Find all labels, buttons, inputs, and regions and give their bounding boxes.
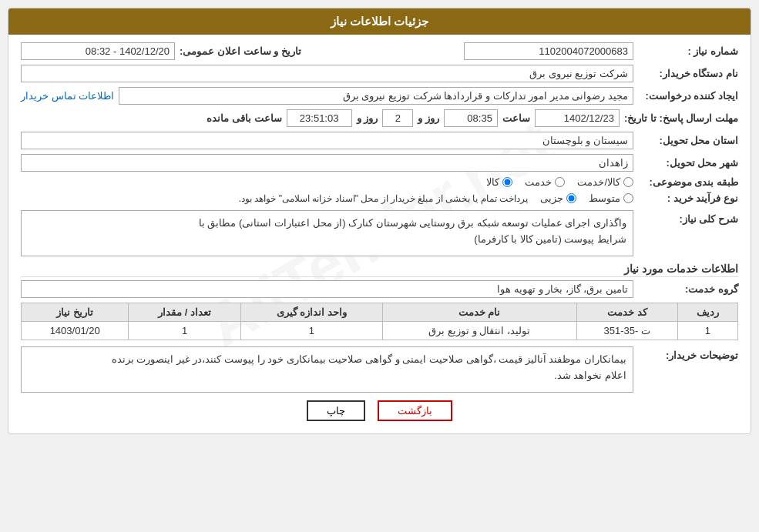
purchase-type-radio-motavasset[interactable] [623, 193, 633, 203]
service-group-row: گروه خدمت: تامین برق، گاز، بخار و تهویه … [21, 280, 738, 298]
col-header-unit: واحد اندازه گیری [240, 303, 382, 322]
buyer-notes-label: توضیحات خریدار: [638, 346, 738, 361]
category-radio-group: کالا/خدمت خدمت کالا [486, 176, 633, 188]
print-button[interactable]: چاپ [307, 400, 365, 421]
page-title: جزئیات اطلاعات نیاز [8, 8, 751, 35]
cell-row: 1 [677, 322, 737, 340]
buyer-notes-value: بیمانکاران موظفند آنالیز قیمت ،گواهی صلا… [21, 346, 633, 393]
deadline-time-label: ساعت [502, 112, 530, 124]
col-header-date: تاریخ نیاز [22, 303, 129, 322]
page-container: جزئیات اطلاعات نیاز AllTender.net شماره … [0, 0, 759, 532]
buyer-org-row: نام دستگاه خریدار: شرکت توزیع نیروی برق [21, 65, 738, 82]
purchase-type-label-motavasset: متوسط [589, 192, 620, 204]
province-row: استان محل تحویل: سیستان و بلوچستان [21, 132, 738, 149]
col-header-qty: تعداد / مقدار [129, 303, 241, 322]
col-header-code: کد خدمت [576, 303, 677, 322]
announce-date-value: 1402/12/20 - 08:32 [21, 42, 175, 60]
cell-code: ت -35-351 [576, 322, 677, 340]
purchase-type-row: نوع فرآیند خرید : متوسط جزیی پرداخت تمام… [21, 192, 738, 204]
col-header-row: ردیف [677, 303, 737, 322]
remaining-label: روز و [357, 112, 378, 124]
city-value: زاهدان [21, 154, 633, 172]
city-label: شهر محل تحویل: [638, 157, 738, 169]
table-row: 1 ت -35-351 تولید، انتقال و توزیع برق 1 … [22, 322, 738, 340]
purchase-type-note: پرداخت تمام یا بخشی از مبلغ خریدار از مح… [239, 193, 528, 204]
service-group-value: تامین برق، گاز، بخار و تهویه هوا [21, 280, 633, 298]
cell-unit: 1 [240, 322, 382, 340]
creator-link[interactable]: اطلاعات تماس خریدار [21, 90, 114, 102]
description-section: شرح کلی نیاز: واگذاری اجرای عملیات توسعه… [21, 210, 738, 256]
buyer-notes-section: توضیحات خریدار: بیمانکاران موظفند آنالیز… [21, 346, 738, 393]
deadline-row: مهلت ارسال پاسخ: تا تاریخ: 1402/12/23 سا… [21, 109, 738, 127]
purchase-type-option-motavasset[interactable]: متوسط [589, 192, 633, 204]
category-option-kala-khedmat[interactable]: کالا/خدمت [577, 176, 633, 188]
description-label: شرح کلی نیاز: [638, 210, 738, 225]
description-value: واگذاری اجرای عملیات توسعه شبکه برق روست… [21, 210, 633, 256]
province-label: استان محل تحویل: [638, 135, 738, 146]
deadline-date: 1402/12/23 [535, 109, 620, 127]
purchase-type-label: نوع فرآیند خرید : [638, 192, 738, 204]
creator-row: ایجاد کننده درخواست: مجید رضوانی مدیر ام… [21, 87, 738, 105]
need-number-value: 1102004072000683 [464, 42, 633, 60]
cell-quantity: 1 [129, 322, 241, 340]
purchase-type-label-jozi: جزیی [540, 192, 563, 204]
category-option-khedmat[interactable]: خدمت [525, 176, 565, 188]
deadline-label: مهلت ارسال پاسخ: تا تاریخ: [624, 112, 738, 124]
purchase-type-option-jozi[interactable]: جزیی [540, 192, 576, 204]
creator-label: ایجاد کننده درخواست: [638, 90, 738, 102]
city-row: شهر محل تحویل: زاهدان [21, 154, 738, 172]
category-radio-khedmat[interactable] [555, 177, 565, 187]
deadline-remaining: 23:51:03 [287, 109, 352, 127]
service-info-title: اطلاعات خدمات مورد نیاز [21, 263, 738, 277]
purchase-type-radio-jozi[interactable] [566, 193, 576, 203]
announce-date-label: تاریخ و ساعت اعلان عمومی: [180, 45, 301, 57]
deadline-days: 2 [382, 109, 413, 127]
services-table: ردیف کد خدمت نام خدمت واحد اندازه گیری ت… [21, 303, 738, 340]
category-radio-kala-khedmat[interactable] [623, 177, 633, 187]
deadline-time: 08:35 [444, 109, 498, 127]
cell-date: 1403/01/20 [22, 322, 129, 340]
card-body: AllTender.net شماره نیاز : 1102004072000… [8, 35, 751, 433]
cell-name: تولید، انتقال و توزیع برق [382, 322, 576, 340]
need-number-label: شماره نیاز : [638, 45, 738, 57]
need-number-row: شماره نیاز : 1102004072000683 تاریخ و سا… [21, 42, 738, 60]
category-label: طبقه بندی موضوعی: [638, 176, 738, 188]
back-button[interactable]: بازگشت [378, 400, 452, 421]
buyer-org-label: نام دستگاه خریدار: [638, 68, 738, 79]
province-value: سیستان و بلوچستان [21, 132, 633, 149]
service-group-label: گروه خدمت: [638, 283, 738, 295]
buttons-row: بازگشت چاپ [21, 400, 738, 421]
main-card: جزئیات اطلاعات نیاز AllTender.net شماره … [8, 8, 751, 434]
category-row: طبقه بندی موضوعی: کالا/خدمت خدمت کالا [21, 176, 738, 188]
buyer-org-value: شرکت توزیع نیروی برق [21, 65, 633, 82]
purchase-type-radio-group: متوسط جزیی [540, 192, 633, 204]
category-label-kala-khedmat: کالا/خدمت [577, 176, 620, 188]
col-header-name: نام خدمت [382, 303, 576, 322]
category-label-khedmat: خدمت [525, 176, 552, 188]
remaining-text-label: ساعت باقی مانده [207, 112, 281, 124]
category-label-kala: کالا [486, 176, 499, 188]
category-radio-kala[interactable] [502, 177, 512, 187]
deadline-days-label: روز و [418, 112, 439, 124]
category-option-kala[interactable]: کالا [486, 176, 512, 188]
creator-value: مجید رضوانی مدیر امور تدارکات و قرارداده… [119, 87, 633, 105]
